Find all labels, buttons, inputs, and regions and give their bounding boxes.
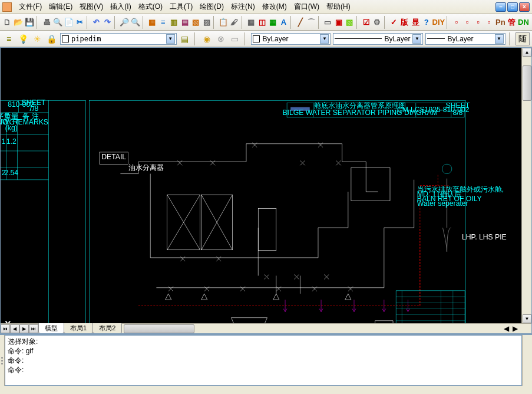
insert-button[interactable]: ☑ [361,16,371,29]
mtext-button[interactable]: A [279,16,289,29]
layer-freeze-icon[interactable]: ☀ [31,32,44,45]
tab-last-button[interactable]: ⏭ [29,324,38,333]
linetype-mgr-icon[interactable]: ⊗ [215,32,227,45]
ver-button[interactable]: 版 [399,16,409,29]
paste-button[interactable]: 📋 [218,16,229,29]
t4-button[interactable]: ▫ [484,16,494,29]
match-button[interactable]: 🖌 [229,16,239,29]
pn-button[interactable]: Pn [495,16,506,29]
layer-dropdown[interactable]: pipedim ▼ [60,33,177,45]
tab-nav-buttons: ⏮ ◀ ▶ ⏭ [1,324,38,333]
block-button[interactable]: ▭ [323,16,333,29]
xref-button[interactable]: ▣ [333,16,343,29]
dn-button[interactable]: DN [517,16,530,29]
plot-style-button[interactable]: 随 [516,32,530,45]
pan-button[interactable]: 🔎 [119,16,130,29]
table-button[interactable]: ▦ [267,16,277,29]
chevron-down-icon[interactable]: ▼ [495,34,504,44]
command-history[interactable]: 选择对象: 命令: gif 命令: 命令: [5,335,522,386]
layer-on-icon[interactable]: 💡 [16,32,29,45]
hscroll-thumb[interactable] [124,324,194,333]
menu-格式O[interactable]: 格式(O) [135,0,166,14]
layer-states[interactable]: ≡ 💡 ☀ 🔒 [2,32,58,45]
menu-编辑E[interactable]: 编辑(E) [45,0,76,14]
linetype-preview [335,35,382,42]
drawing-area[interactable]: 舱底水油水分离器管系原理图 BILGE WATER SEPARATOR PIPI… [0,47,532,334]
scroll-left-arrow[interactable]: ◀ [504,324,513,333]
designctr-button[interactable]: ≡ [158,16,168,29]
preview-button[interactable]: 🔍 [52,16,63,29]
redo-button[interactable]: ↷ [102,16,112,29]
calc-button[interactable]: ▨ [201,16,212,29]
menu-插入I[interactable]: 插入(I) [107,0,134,14]
toolpalette-button[interactable]: ▥ [169,16,179,29]
menu-文件F[interactable]: 文件(F) [15,0,45,14]
menu-工具T[interactable]: 工具(T) [166,0,196,14]
new-button[interactable]: 🗋 [2,16,12,29]
chevron-down-icon[interactable]: ▼ [412,34,421,44]
props-button[interactable]: ▦ [147,16,157,29]
close-button[interactable]: × [519,2,530,12]
menu-标注N[interactable]: 标注(N) [227,0,259,14]
t1-button[interactable]: ▫ [451,16,461,29]
lineweight-dropdown[interactable]: ByLayer ▼ [425,33,505,45]
tab-next-button[interactable]: ▶ [19,324,29,333]
region-button[interactable]: ◫ [257,16,267,29]
menu-窗口W[interactable]: 窗口(W) [290,0,323,14]
command-prompt[interactable]: 命令: [8,365,519,375]
print-button[interactable]: 🖶 [41,16,51,29]
red-pipe-line [138,174,450,306]
hscroll-track[interactable] [124,324,495,333]
linetype-dropdown[interactable]: ByLayer ▼ [333,33,423,45]
diy-button[interactable]: DIY [432,16,445,29]
undo-button[interactable]: ↶ [91,16,101,29]
wen-button[interactable]: ? [421,16,431,29]
layer-lock-icon[interactable]: 🔒 [45,32,58,45]
chevron-down-icon[interactable]: ▼ [320,34,329,44]
command-area: 选择对象: 命令: gif 命令: 命令: [0,334,532,386]
menu-视图V[interactable]: 视图(V) [76,0,107,14]
dim-button[interactable]: ⚙ [372,16,382,29]
menu-绘图D[interactable]: 绘图(D) [196,0,227,14]
cut-button[interactable]: ✂ [75,16,85,29]
check-button[interactable]: ✓ [389,16,399,29]
image-button[interactable]: ▧ [345,16,355,29]
layout-tab-1[interactable]: 布局1 [64,323,93,334]
vertical-scrollbar[interactable]: ▲ ▼ [521,48,531,323]
color-dropdown[interactable]: ByLayer ▼ [251,33,331,45]
t3-button[interactable]: ▫ [473,16,483,29]
chevron-down-icon[interactable]: ▼ [166,34,175,44]
hatch-button[interactable]: ▦ [246,16,256,29]
open-button[interactable]: 📂 [13,16,24,29]
zoom-button[interactable]: 🔍 [130,16,141,29]
color-control-icon[interactable]: ◉ [201,32,213,45]
maximize-button[interactable]: □ [507,2,518,12]
command-scrollbar[interactable] [522,335,532,386]
layer-prev-icon[interactable]: ▤ [179,32,191,45]
menu-修改M[interactable]: 修改(M) [259,0,290,14]
line-button[interactable]: ╱ [295,16,305,29]
xian-button[interactable]: 显 [411,16,421,29]
t2-button[interactable]: ▫ [462,16,472,29]
sheetset-button[interactable]: ▤ [180,16,190,29]
menu-帮助H[interactable]: 帮助(H) [323,0,354,14]
layout-tab-2[interactable]: 布局2 [92,323,122,334]
scroll-thumb[interactable] [523,65,531,101]
guan-button[interactable]: 管 [507,16,517,29]
publish-button[interactable]: 📄 [64,16,74,29]
minimize-button[interactable]: – [495,2,506,12]
color-swatch [253,35,260,42]
save-button[interactable]: 💾 [24,16,35,29]
layer-manager-icon[interactable]: ≡ [2,32,15,45]
layout-tab-0[interactable]: 模型 [38,323,64,334]
tab-prev-button[interactable]: ◀ [10,324,19,333]
scroll-right-arrow[interactable]: ▶ [513,324,521,333]
scroll-up-arrow[interactable]: ▲ [523,48,531,57]
cad-canvas[interactable]: 舱底水油水分离器管系原理图 BILGE WATER SEPARATOR PIPI… [1,48,531,330]
arc-button[interactable]: ⌒ [306,16,316,29]
markup-button[interactable]: ▧ [190,16,200,29]
scroll-down-arrow[interactable]: ▼ [523,314,531,323]
tab-first-button[interactable]: ⏮ [1,324,10,333]
command-grip[interactable] [0,335,5,386]
lineweight-icon[interactable]: ▭ [229,32,241,45]
